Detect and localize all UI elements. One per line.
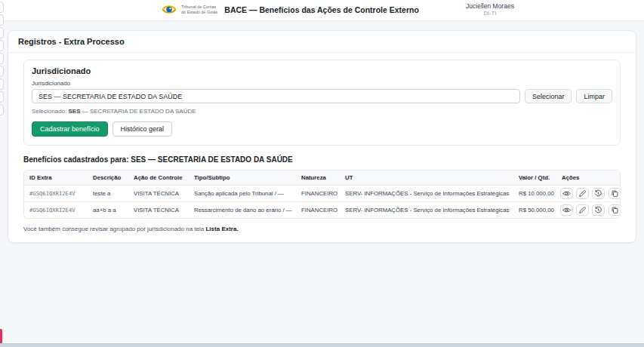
edge-button bbox=[0, 66, 4, 77]
main-card: Registros - Extra Processo Jurisdicionad… bbox=[8, 30, 636, 243]
card-body: Jurisdicionado Jurisdicionado Selecionar… bbox=[8, 53, 636, 242]
cell-tipo-subtipo: Sanção aplicada pelo Tribunal / — bbox=[189, 186, 296, 202]
app-title: BACE — Benefícios das Ações de Controle … bbox=[224, 5, 419, 14]
eye-icon bbox=[562, 206, 571, 214]
cell-valor-qtd: R$ 10.000,00 bbox=[513, 186, 556, 202]
selected-line: Selecionado: SES — SECRETARIA DE ESTADO … bbox=[32, 108, 612, 115]
brand-line2: do Estado de Goiás bbox=[181, 10, 217, 15]
duplicate-button[interactable] bbox=[609, 204, 621, 216]
edge-button bbox=[0, 27, 4, 38]
edit-button[interactable] bbox=[576, 188, 589, 199]
cell-id-extra: #GSQ6IQXRI2E4V bbox=[24, 186, 88, 202]
benefits-section-title: Benefícios cadastrados para: SES — SECRE… bbox=[23, 155, 621, 164]
pencil-icon bbox=[578, 206, 587, 214]
pencil-icon bbox=[578, 189, 587, 198]
left-edge-red-marker bbox=[0, 329, 2, 344]
left-edge-buttons bbox=[0, 2, 4, 117]
duplicate-button[interactable] bbox=[609, 188, 621, 199]
column-header: Descrição bbox=[88, 170, 128, 186]
jurisdicionado-section: Jurisdicionado Jurisdicionado Selecionar… bbox=[23, 60, 621, 146]
selecionar-button[interactable]: Selecionar bbox=[525, 89, 572, 103]
selected-prefix: Selecionado: bbox=[32, 108, 68, 115]
brand-text: Tribunal de Contas do Estado de Goiás bbox=[181, 5, 217, 14]
cell-ut: SERV- INFORMAÇÕES - Serviço de Informaçõ… bbox=[340, 202, 513, 219]
jurisdicionado-input[interactable] bbox=[32, 89, 520, 103]
column-header: Ações bbox=[556, 170, 621, 186]
column-header: Natureza bbox=[296, 170, 340, 186]
edge-button bbox=[0, 104, 4, 115]
column-header: ID Extra bbox=[24, 170, 88, 186]
history-icon bbox=[594, 206, 602, 214]
copy-icon bbox=[611, 206, 619, 214]
user-menu[interactable]: Juciellen Moraes DI-TI bbox=[452, 2, 528, 17]
edge-button bbox=[0, 53, 4, 64]
edge-button bbox=[0, 40, 4, 51]
eye-icon bbox=[562, 189, 571, 198]
footnote: Você também consegue revisar agrupado po… bbox=[23, 226, 621, 232]
cadastrar-beneficio-button[interactable]: Cadastrar benefício bbox=[32, 121, 108, 137]
cell-descricao: teste a bbox=[88, 186, 128, 202]
brand: Tribunal de Contas do Estado de Goiás BA… bbox=[161, 3, 419, 16]
brand-line1: Tribunal de Contas bbox=[181, 5, 217, 10]
edge-button bbox=[0, 2, 4, 13]
bottom-scrollbar[interactable] bbox=[0, 343, 644, 347]
cell-tipo-subtipo: Ressarcimento de dano ao erário / — bbox=[189, 202, 296, 219]
cell-ut: SERV- INFORMAÇÕES - Serviço de Informaçõ… bbox=[340, 186, 513, 202]
cell-acao-de-controle: VISITA TÉCNICA bbox=[128, 186, 189, 202]
table-row: #GSQ6IQXRI2E4V aa+b a a VISITA TÉCNICA R… bbox=[24, 202, 621, 219]
cell-natureza: FINANCEIRO bbox=[296, 186, 340, 202]
selected-code: SES bbox=[68, 108, 80, 115]
benefits-table: ID ExtraDescriçãoAção de ControleTipo/Su… bbox=[23, 170, 621, 219]
column-header: Ação de Controle bbox=[128, 170, 189, 186]
limpar-button[interactable]: Limpar bbox=[576, 89, 612, 103]
footnote-link[interactable]: Lista Extra. bbox=[205, 226, 238, 232]
cell-id-extra: #GSQ6IQXRI2E4V bbox=[24, 202, 88, 219]
copy-icon bbox=[611, 189, 619, 198]
column-header: Valor / Qtd. bbox=[513, 170, 556, 186]
cell-acoes bbox=[556, 202, 621, 219]
jurisdicionado-input-row: Selecionar Limpar bbox=[32, 89, 612, 103]
cell-natureza: FINANCEIRO bbox=[296, 202, 340, 219]
user-role: DI-TI bbox=[452, 10, 528, 17]
footnote-text: Você também consegue revisar agrupado po… bbox=[23, 226, 205, 232]
jurisdicionado-field-label: Jurisdicionado bbox=[32, 80, 612, 87]
jurisdicionado-buttons: Cadastrar benefício Histórico geral bbox=[32, 121, 612, 137]
view-button[interactable] bbox=[560, 204, 573, 216]
history-button[interactable] bbox=[592, 204, 605, 216]
edge-button bbox=[0, 78, 4, 90]
column-header: Tipo/Subtipo bbox=[189, 170, 296, 186]
historico-geral-button[interactable]: Histórico geral bbox=[112, 121, 173, 137]
history-icon bbox=[594, 189, 602, 198]
benefits-table-head-row: ID ExtraDescriçãoAção de ControleTipo/Su… bbox=[24, 170, 621, 186]
edge-button bbox=[0, 91, 4, 103]
history-button[interactable] bbox=[592, 188, 605, 199]
app-header: Tribunal de Contas do Estado de Goiás BA… bbox=[0, 0, 644, 21]
cell-valor-qtd: R$ 50.000,00 bbox=[513, 202, 556, 219]
cell-acao-de-controle: VISITA TÉCNICA bbox=[128, 202, 189, 219]
column-header: UT bbox=[340, 170, 513, 186]
selected-rest: — SECRETARIA DE ESTADO DA SAÚDE bbox=[81, 108, 196, 115]
cell-acoes bbox=[556, 186, 621, 202]
view-button[interactable] bbox=[560, 188, 573, 199]
page-title: Registros - Extra Processo bbox=[8, 31, 636, 53]
edit-button[interactable] bbox=[576, 204, 589, 216]
tcego-logo bbox=[161, 3, 177, 16]
edge-button bbox=[0, 14, 4, 26]
cell-descricao: aa+b a a bbox=[88, 202, 128, 219]
table-row: #GSQ6IQXRI2E4V teste a VISITA TÉCNICA Sa… bbox=[24, 186, 621, 202]
jurisdicionado-title: Jurisdicionado bbox=[32, 66, 612, 75]
benefits-table-body: #GSQ6IQXRI2E4V teste a VISITA TÉCNICA Sa… bbox=[24, 186, 621, 219]
user-name: Juciellen Moraes bbox=[452, 2, 528, 10]
